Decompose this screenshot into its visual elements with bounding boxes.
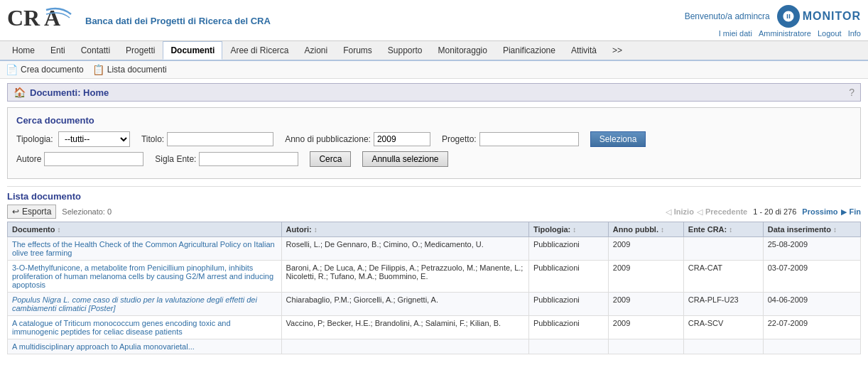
autore-input[interactable] bbox=[44, 152, 143, 166]
sigla-input[interactable] bbox=[199, 152, 298, 166]
list-section: Lista documento ↩ Esporta Selezionato: 0… bbox=[7, 191, 861, 354]
col-tipologia[interactable]: Tipologia: ↕ bbox=[528, 222, 608, 237]
table-row: A multidisciplinary approach to Apulia m… bbox=[8, 339, 861, 354]
header-right: Benvenuto/a admincra MONITOR I miei dati… bbox=[685, 5, 861, 38]
row2-data: 03-07-2009 bbox=[763, 261, 860, 293]
lista-documenti-icon: 📋 bbox=[92, 64, 104, 75]
nav-enti[interactable]: Enti bbox=[43, 41, 73, 60]
info-link[interactable]: Info bbox=[848, 29, 861, 38]
nav-aree[interactable]: Aree di Ricerca bbox=[222, 41, 296, 60]
search-row-1: Tipologia: --tutti-- Pubblicazioni Breve… bbox=[16, 131, 852, 147]
row3-doc-link[interactable]: Populus Nigra L. come caso di studio per… bbox=[12, 295, 257, 312]
row5-documento: A multidisciplinary approach to Apulia m… bbox=[8, 339, 282, 354]
col-data-label: Data inserimento bbox=[768, 225, 831, 234]
row4-autori: Vaccino, P; Becker, H.E.; Brandolini, A.… bbox=[281, 316, 528, 339]
tipologia-label: Tipologia: --tutti-- Pubblicazioni Breve… bbox=[16, 131, 130, 147]
row4-tipologia: Pubblicazioni bbox=[528, 316, 608, 339]
logout-link[interactable]: Logout bbox=[818, 29, 842, 38]
autore-label-text: Autore bbox=[16, 154, 41, 164]
nav-attivita[interactable]: Attività bbox=[563, 41, 604, 60]
prossimo-link[interactable]: Prossimo bbox=[802, 207, 837, 216]
page-title: Documenti: Home bbox=[30, 87, 109, 98]
crea-documento-button[interactable]: 📄 Crea documento bbox=[6, 64, 84, 75]
cerca-button[interactable]: Cerca bbox=[310, 151, 351, 167]
nav-home[interactable]: Home bbox=[4, 41, 43, 60]
nav-pianificazione[interactable]: Pianificazione bbox=[495, 41, 563, 60]
annulla-button[interactable]: Annulla selezione bbox=[362, 151, 447, 167]
row3-autori: Chiarabaglio, P.M.; Giorcelli, A.; Grign… bbox=[281, 293, 528, 316]
sigla-label: Sigla Ente: bbox=[155, 152, 298, 166]
row5-anno bbox=[608, 339, 683, 354]
col-autori-sort[interactable]: ↕ bbox=[314, 226, 318, 234]
col-documento-sort[interactable]: ↕ bbox=[58, 226, 61, 234]
col-anno-label: Anno pubbl. bbox=[613, 225, 658, 234]
nav-more[interactable]: >> bbox=[604, 41, 630, 60]
tipologia-label-text: Tipologia: bbox=[16, 134, 53, 144]
col-ente[interactable]: Ente CRA: ↕ bbox=[683, 222, 763, 237]
col-anno-sort[interactable]: ↕ bbox=[661, 226, 664, 234]
row5-data bbox=[763, 339, 860, 354]
nav-documenti[interactable]: Documenti bbox=[163, 41, 222, 60]
progetto-input[interactable] bbox=[479, 132, 579, 146]
tipologia-select[interactable]: --tutti-- Pubblicazioni Brevetti Libri bbox=[58, 131, 130, 147]
cra-logo: CR A bbox=[7, 4, 78, 38]
table-row: 3-O-Methylfunicone, a metabolite from Pe… bbox=[8, 261, 861, 293]
monitor-text: MONITOR bbox=[803, 10, 861, 23]
amministratore-link[interactable]: Amministratore bbox=[759, 29, 811, 38]
crea-documento-label: Crea documento bbox=[21, 65, 84, 75]
row5-doc-link[interactable]: A multidisciplinary approach to Apulia m… bbox=[12, 342, 195, 351]
col-autori[interactable]: Autori: ↕ bbox=[281, 222, 528, 237]
fine-link[interactable]: Fin bbox=[850, 207, 862, 216]
col-anno[interactable]: Anno pubbl. ↕ bbox=[608, 222, 683, 237]
col-ente-sort[interactable]: ↕ bbox=[729, 226, 732, 234]
col-data-sort[interactable]: ↕ bbox=[833, 226, 837, 234]
inizio-link[interactable]: Inizio bbox=[674, 207, 694, 216]
col-autori-label: Autori: bbox=[286, 225, 312, 234]
row3-tipologia: Pubblicazioni bbox=[528, 293, 608, 316]
row1-doc-link[interactable]: The effects of the Health Check of the C… bbox=[12, 240, 275, 257]
miei-dati-link[interactable]: I miei dati bbox=[719, 29, 752, 38]
precedente-link[interactable]: Precedente bbox=[705, 207, 747, 216]
col-tipologia-sort[interactable]: ↕ bbox=[573, 226, 576, 234]
nav-forums[interactable]: Forums bbox=[335, 41, 380, 60]
col-documento-label: Documento bbox=[12, 225, 55, 234]
lista-documenti-button[interactable]: 📋 Lista documenti bbox=[92, 64, 167, 75]
list-title: Lista documento bbox=[7, 191, 81, 202]
titolo-label: Titolo: bbox=[141, 132, 273, 146]
table-row: A catalogue of Triticum monococcum genes… bbox=[8, 316, 861, 339]
nav-contatti[interactable]: Contatti bbox=[73, 41, 118, 60]
row2-ente: CRA-CAT bbox=[683, 261, 763, 293]
nav-progetti[interactable]: Progetti bbox=[118, 41, 163, 60]
help-icon[interactable]: ? bbox=[849, 87, 855, 98]
titolo-label-text: Titolo: bbox=[141, 134, 164, 144]
col-data[interactable]: Data inserimento ↕ bbox=[763, 222, 860, 237]
export-button[interactable]: ↩ Esporta bbox=[7, 205, 56, 219]
row1-documento: The effects of the Health Check of the C… bbox=[8, 237, 282, 261]
header-cra-highlight: CRA bbox=[251, 16, 271, 26]
nav-azioni[interactable]: Azioni bbox=[296, 41, 335, 60]
benvenuto-text: Benvenuto/a admincra bbox=[685, 11, 770, 21]
row1-ente bbox=[683, 237, 763, 261]
pagination: ◁ Inizio ◁ Precedente 1 - 20 di 276 Pros… bbox=[666, 207, 861, 217]
anno-label-text: Anno di pubblicazione: bbox=[285, 134, 371, 144]
seleziona-button[interactable]: Seleziona bbox=[590, 131, 646, 147]
list-toolbar-row: ↩ Esporta Selezionato: 0 ◁ Inizio ◁ Prec… bbox=[7, 205, 861, 219]
table-row: Populus Nigra L. come caso di studio per… bbox=[8, 293, 861, 316]
nav-supporto[interactable]: Supporto bbox=[380, 41, 430, 60]
col-documento[interactable]: Documento ↕ bbox=[8, 222, 282, 237]
titolo-input[interactable] bbox=[167, 132, 273, 146]
progetto-label: Progetto: bbox=[442, 132, 579, 146]
row5-autori bbox=[281, 339, 528, 354]
nav-monitoraggio[interactable]: Monitoraggio bbox=[430, 41, 495, 60]
row2-tipologia: Pubblicazioni bbox=[528, 261, 608, 293]
inizio-icon: ◁ bbox=[666, 207, 671, 217]
anno-input[interactable] bbox=[374, 132, 430, 146]
header-links: I miei dati Amministratore Logout Info bbox=[715, 29, 861, 38]
subtoolbar: 📄 Crea documento 📋 Lista documenti bbox=[0, 61, 868, 79]
row3-ente: CRA-PLF-U23 bbox=[683, 293, 763, 316]
section-title-icon: 🏠 bbox=[13, 87, 26, 98]
header-left: CR A Banca dati dei Progetti di Ricerca … bbox=[7, 4, 271, 38]
row2-doc-link[interactable]: 3-O-Methylfunicone, a metabolite from Pe… bbox=[12, 263, 273, 289]
monitor-logo: MONITOR bbox=[777, 5, 861, 28]
row4-doc-link[interactable]: A catalogue of Triticum monococcum genes… bbox=[12, 319, 231, 336]
